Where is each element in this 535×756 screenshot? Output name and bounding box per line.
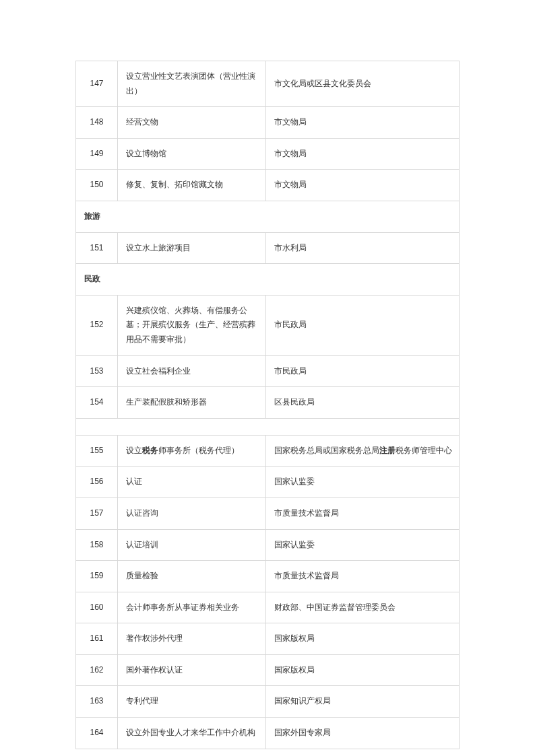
row-description: 修复、复制、拓印馆藏文物 [118,170,266,201]
row-description: 著作权涉外代理 [118,623,266,655]
section-header [76,418,460,435]
row-organization: 市文化局或区县文化委员会 [266,61,460,107]
table-row: 152兴建殡仪馆、火葬场、有偿服务公墓；开展殡仪服务（生产、经营殡葬用品不需要审… [76,295,460,355]
row-organization: 市民政局 [266,355,460,387]
table-row: 149设立博物馆市文物局 [76,138,460,170]
table-row: 151设立水上旅游项目市水利局 [76,232,460,264]
row-description: 专利代理 [118,686,266,718]
table-row [76,418,460,435]
row-number: 155 [76,435,118,467]
row-organization: 国家版权局 [266,623,460,655]
table-row: 164设立外国专业人才来华工作中介机构国家外国专家局 [76,718,460,749]
row-number: 164 [76,718,118,749]
table-row: 155设立税务师事务所（税务代理）国家税务总局或国家税务总局注册税务师管理中心 [76,435,460,467]
row-number: 153 [76,355,118,387]
row-number: 163 [76,686,118,718]
row-number: 152 [76,295,118,355]
row-organization: 国家外国专家局 [266,718,460,749]
row-description: 经营文物 [118,107,266,139]
table-row: 157认证咨询市质量技术监督局 [76,497,460,529]
table-row: 158认证培训国家认监委 [76,529,460,561]
table-row: 154生产装配假肢和矫形器区县民政局 [76,387,460,419]
row-description: 设立营业性文艺表演团体（营业性演出） [118,61,266,107]
row-number: 156 [76,467,118,498]
row-description: 设立外国专业人才来华工作中介机构 [118,718,266,749]
table-row: 150修复、复制、拓印馆藏文物市文物局 [76,170,460,201]
row-organization: 市质量技术监督局 [266,497,460,529]
row-number: 160 [76,592,118,623]
row-organization: 市文物局 [266,138,460,170]
row-description: 认证 [118,467,266,498]
row-organization: 国家知识产权局 [266,686,460,718]
row-organization: 国家认监委 [266,529,460,561]
table-row: 162国外著作权认证国家版权局 [76,654,460,686]
table-row: 民政 [76,264,460,296]
row-description: 兴建殡仪馆、火葬场、有偿服务公墓；开展殡仪服务（生产、经营殡葬用品不需要审批） [118,295,266,355]
row-number: 149 [76,138,118,170]
row-description: 设立水上旅游项目 [118,232,266,264]
row-description: 认证咨询 [118,497,266,529]
approval-table: 147设立营业性文艺表演团体（营业性演出）市文化局或区县文化委员会148经营文物… [75,61,460,749]
row-description: 会计师事务所从事证券相关业务 [118,592,266,623]
row-number: 148 [76,107,118,139]
table-row: 旅游 [76,201,460,232]
row-organization: 区县民政局 [266,387,460,419]
row-organization: 市质量技术监督局 [266,561,460,592]
row-organization: 国家税务总局或国家税务总局注册税务师管理中心 [266,435,460,467]
table-row: 153设立社会福利企业市民政局 [76,355,460,387]
row-description: 认证培训 [118,529,266,561]
row-number: 154 [76,387,118,419]
table-row: 156认证国家认监委 [76,467,460,498]
row-description: 质量检验 [118,561,266,592]
section-header: 民政 [76,264,460,296]
table-row: 148经营文物市文物局 [76,107,460,139]
table-row: 147设立营业性文艺表演团体（营业性演出）市文化局或区县文化委员会 [76,61,460,107]
row-organization: 财政部、中国证券监督管理委员会 [266,592,460,623]
row-description: 国外著作权认证 [118,654,266,686]
row-organization: 市民政局 [266,295,460,355]
row-number: 161 [76,623,118,655]
row-organization: 国家认监委 [266,467,460,498]
row-organization: 市水利局 [266,232,460,264]
row-description: 设立博物馆 [118,138,266,170]
section-header: 旅游 [76,201,460,232]
table-row: 160会计师事务所从事证券相关业务财政部、中国证券监督管理委员会 [76,592,460,623]
table-row: 161著作权涉外代理国家版权局 [76,623,460,655]
table-row: 159质量检验市质量技术监督局 [76,561,460,592]
row-organization: 市文物局 [266,107,460,139]
row-number: 150 [76,170,118,201]
row-description: 设立税务师事务所（税务代理） [118,435,266,467]
row-number: 157 [76,497,118,529]
row-number: 147 [76,61,118,107]
row-number: 162 [76,654,118,686]
row-organization: 市文物局 [266,170,460,201]
row-description: 生产装配假肢和矫形器 [118,387,266,419]
table-row: 163专利代理国家知识产权局 [76,686,460,718]
row-number: 158 [76,529,118,561]
row-description: 设立社会福利企业 [118,355,266,387]
row-organization: 国家版权局 [266,654,460,686]
row-number: 151 [76,232,118,264]
row-number: 159 [76,561,118,592]
